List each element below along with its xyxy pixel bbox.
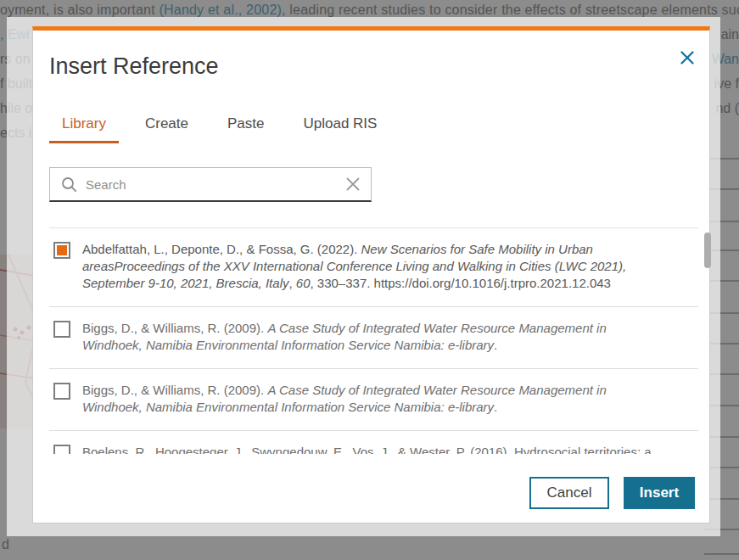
reference-citation-text: Boelens, R., Hoogesteger, J., Swyngedouw…	[82, 444, 652, 454]
reference-list: Abdelfattah, L., Deponte, D., & Fossa, G…	[49, 227, 698, 454]
close-icon[interactable]	[678, 49, 697, 68]
reference-item[interactable]: Biggs, D., & Williams, R. (2009). A Case…	[49, 307, 698, 369]
search-input[interactable]	[86, 177, 345, 192]
tab-library[interactable]: Library	[49, 109, 119, 143]
search-box	[49, 167, 372, 202]
reference-checkbox[interactable]	[53, 445, 70, 454]
reference-checkbox[interactable]	[53, 321, 70, 338]
screen: oyment, is also important (Handy et al.,…	[0, 0, 739, 560]
search-icon	[61, 176, 77, 193]
reference-checkbox[interactable]	[53, 242, 70, 259]
reference-citation-text: Biggs, D., & Williams, R. (2009). A Case…	[82, 382, 666, 416]
insert-reference-dialog: Insert Reference LibraryCreatePasteUploa…	[32, 26, 710, 524]
reference-citation-text: Biggs, D., & Williams, R. (2009). A Case…	[82, 320, 666, 354]
cancel-button[interactable]: Cancel	[529, 477, 609, 509]
dialog-title: Insert Reference	[49, 53, 219, 80]
dialog-footer: Cancel Insert	[529, 477, 695, 509]
reference-item[interactable]: Biggs, D., & Williams, R. (2009). A Case…	[49, 369, 698, 431]
dialog-tabs: LibraryCreatePasteUpload RIS	[49, 109, 389, 143]
reference-checkbox[interactable]	[53, 383, 70, 400]
scrollbar-thumb[interactable]	[704, 232, 711, 268]
tab-paste[interactable]: Paste	[215, 109, 277, 143]
tab-create[interactable]: Create	[132, 109, 201, 143]
clear-search-icon[interactable]	[345, 176, 361, 192]
reference-item[interactable]: Abdelfattah, L., Deponte, D., & Fossa, G…	[49, 228, 698, 307]
scrollbar-track[interactable]	[704, 230, 711, 452]
reference-item[interactable]: Boelens, R., Hoogesteger, J., Swyngedouw…	[49, 431, 698, 454]
reference-citation-text: Abdelfattah, L., Deponte, D., & Fossa, G…	[82, 241, 666, 292]
insert-button[interactable]: Insert	[624, 477, 695, 509]
tab-upload-ris[interactable]: Upload RIS	[290, 109, 389, 143]
